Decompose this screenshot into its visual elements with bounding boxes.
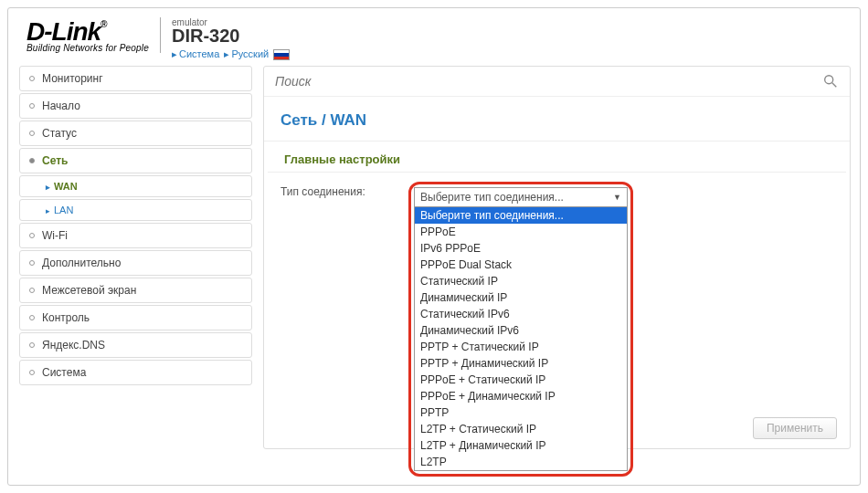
bullet-icon — [29, 103, 35, 109]
dropdown-option[interactable]: Статический IPv6 — [415, 306, 627, 322]
bullet-icon — [29, 342, 35, 348]
sidebar-item-дополнительно[interactable]: Дополнительно — [19, 250, 252, 276]
main-panel: Сеть / WAN Главные настройки Тип соедине… — [263, 66, 851, 449]
sidebar-item-статус[interactable]: Статус — [19, 121, 252, 146]
sidebar-item-межсетевой экран[interactable]: Межсетевой экран — [19, 278, 252, 303]
dropdown-option[interactable]: PPTP + Динамический IP — [415, 355, 627, 372]
sidebar-item-мониторинг[interactable]: Мониторинг — [19, 66, 252, 91]
dropdown-option[interactable]: PPTP + Статический IP — [415, 339, 627, 355]
search-bar — [264, 67, 850, 97]
dropdown-button[interactable]: Выберите тип соединения... ▼ — [414, 187, 628, 207]
connection-type-dropdown[interactable]: Выберите тип соединения... ▼ Выберите ти… — [414, 187, 628, 471]
model-info: emulator DIR-320 ▸Система ▸Русский — [161, 17, 290, 60]
sidebar-item-система[interactable]: Система — [19, 360, 252, 385]
breadcrumb: Сеть / WAN — [264, 97, 850, 142]
sidebar-item-label: Статус — [42, 127, 77, 140]
bullet-icon — [29, 315, 35, 320]
sidebar-item-label: Сеть — [42, 154, 68, 167]
sidebar-item-label: Контроль — [42, 311, 90, 324]
sidebar-item-яндекс.dns[interactable]: Яндекс.DNS — [19, 332, 252, 358]
sidebar-item-wi-fi[interactable]: Wi-Fi — [19, 223, 252, 248]
section-title: Главные настройки — [268, 142, 846, 173]
sidebar-item-начало[interactable]: Начало — [19, 93, 252, 119]
bullet-icon — [29, 260, 35, 266]
dropdown-option[interactable]: Выберите тип соединения... — [415, 207, 627, 224]
header: D-Link® Building Networks for People emu… — [8, 8, 860, 66]
search-input[interactable] — [275, 72, 822, 90]
dropdown-option[interactable]: PPPoE — [415, 224, 627, 240]
sidebar-item-label: Wi-Fi — [42, 229, 68, 242]
bullet-icon — [29, 76, 35, 81]
chevron-down-icon: ▼ — [613, 193, 621, 202]
bullet-icon — [29, 233, 35, 238]
bullet-icon — [29, 158, 35, 163]
bullet-icon — [29, 131, 35, 136]
dropdown-option[interactable]: IPv6 PPPoE — [415, 240, 627, 257]
sidebar-item-label: Яндекс.DNS — [42, 339, 105, 351]
highlight-annotation: Выберите тип соединения... ▼ Выберите ти… — [408, 182, 633, 477]
sidebar-item-label: Дополнительно — [42, 257, 121, 269]
dropdown-list: Выберите тип соединения...PPPoEIPv6 PPPo… — [414, 207, 628, 471]
dropdown-option[interactable]: PPPoE + Динамический IP — [415, 388, 627, 404]
search-icon[interactable] — [822, 73, 839, 89]
apply-button[interactable]: Применить — [753, 417, 837, 439]
flag-russia-icon — [273, 49, 290, 60]
bullet-icon — [29, 288, 35, 293]
logo: D-Link® Building Networks for People — [26, 17, 161, 53]
dropdown-option[interactable]: L2TP + Динамический IP — [415, 437, 627, 454]
sidebar-item-label: Начало — [42, 100, 80, 112]
sidebar-subitem-wan[interactable]: ▸WAN — [19, 175, 252, 197]
sidebar-item-label: Система — [42, 366, 86, 379]
connection-type-label: Тип соединения: — [281, 182, 408, 198]
model-name: DIR-320 — [172, 26, 290, 47]
dropdown-option[interactable]: Динамический IP — [415, 289, 627, 306]
dropdown-option[interactable]: Динамический IPv6 — [415, 322, 627, 339]
dropdown-option[interactable]: PPPoE + Статический IP — [415, 372, 627, 388]
svg-line-1 — [832, 83, 837, 88]
dropdown-option[interactable]: L2TP + Статический IP — [415, 421, 627, 437]
bullet-icon — [29, 370, 35, 375]
sidebar: МониторингНачалоСтатусСеть▸WAN▸LANWi-FiД… — [19, 66, 252, 449]
sidebar-item-сеть[interactable]: Сеть — [19, 148, 252, 173]
dropdown-option[interactable]: PPPoE Dual Stack — [415, 257, 627, 273]
sidebar-item-контроль[interactable]: Контроль — [19, 305, 252, 330]
lang-breadcrumb[interactable]: ▸Система ▸Русский — [172, 48, 290, 60]
arrow-right-icon: ▸ — [46, 206, 50, 215]
dropdown-option[interactable]: PPTP — [415, 404, 627, 421]
sidebar-item-label: Мониторинг — [42, 72, 103, 85]
sidebar-item-label: Межсетевой экран — [42, 284, 136, 297]
svg-point-0 — [825, 76, 833, 84]
arrow-right-icon: ▸ — [46, 183, 50, 192]
dropdown-option[interactable]: Статический IP — [415, 273, 627, 289]
sidebar-subitem-lan[interactable]: ▸LAN — [19, 199, 252, 221]
dropdown-option[interactable]: L2TP — [415, 454, 627, 470]
